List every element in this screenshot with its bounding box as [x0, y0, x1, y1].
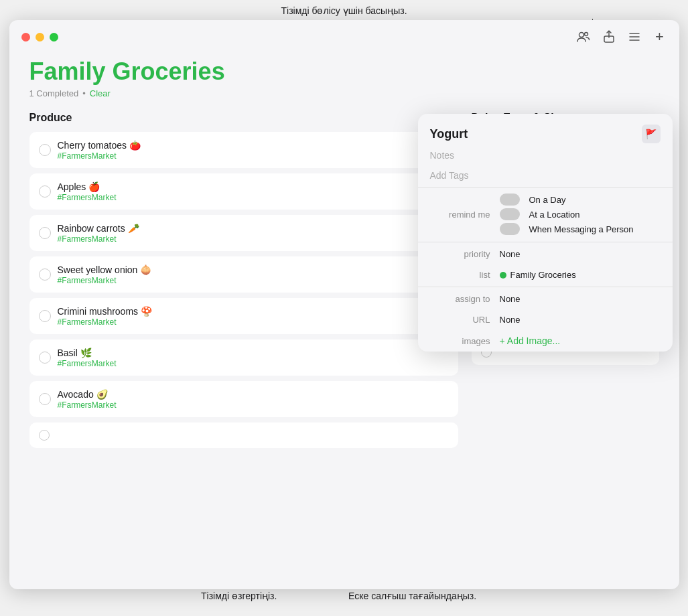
item-text: Cherry tomatoes 🍅 #FarmersMarket: [58, 140, 141, 161]
bullet: •: [82, 88, 86, 98]
remind-me-label: remind me: [430, 210, 490, 220]
close-button[interactable]: [21, 33, 30, 42]
detail-tags-field[interactable]: Add Tags: [418, 166, 673, 188]
url-label: URL: [430, 315, 490, 325]
item-tag: #FarmersMarket: [58, 359, 117, 368]
when-messaging-label: When Messaging a Person: [529, 224, 634, 234]
produce-list: Cherry tomatoes 🍅 #FarmersMarket Apples …: [29, 132, 458, 448]
add-image-button[interactable]: + Add Image...: [500, 335, 561, 346]
list-item[interactable]: Sweet yellow onion 🧅 #FarmersMarket: [29, 256, 458, 293]
top-annotation: Тізімді бөлісу үшін басыңыз.: [281, 5, 407, 16]
produce-header: Produce ···: [29, 112, 458, 124]
list-item[interactable]: Basil 🌿 #FarmersMarket: [29, 339, 458, 376]
item-text: Sweet yellow onion 🧅 #FarmersMarket: [58, 264, 152, 285]
on-a-day-label: On a Day: [529, 195, 566, 205]
svg-point-1: [584, 33, 588, 36]
list-label: list: [430, 270, 490, 280]
item-tag: #FarmersMarket: [58, 276, 152, 285]
divider: [418, 242, 673, 242]
green-dot-icon: [500, 272, 506, 279]
priority-label: priority: [430, 249, 490, 259]
item-name: Apples 🍎: [58, 181, 117, 192]
item-checkbox[interactable]: [39, 310, 51, 322]
item-tag: #FarmersMarket: [58, 234, 139, 244]
url-value[interactable]: None: [500, 315, 521, 325]
empty-list-item[interactable]: [29, 422, 458, 448]
remind-me-row: remind me On a Day At a Location When Me…: [418, 188, 673, 240]
item-text: Crimini mushrooms 🍄 #FarmersMarket: [58, 306, 152, 327]
collab-icon[interactable]: [576, 29, 591, 44]
on-a-day-toggle[interactable]: [500, 194, 520, 206]
list-value: Family Groceries: [500, 270, 576, 280]
list-row: list Family Groceries: [418, 264, 673, 285]
item-checkbox[interactable]: [39, 227, 51, 239]
list-item[interactable]: Crimini mushrooms 🍄 #FarmersMarket: [29, 298, 458, 334]
clear-button[interactable]: Clear: [90, 88, 111, 98]
flag-button[interactable]: 🚩: [642, 125, 661, 143]
detail-title: Yogurt: [430, 127, 468, 141]
item-tag: #FarmersMarket: [58, 317, 152, 327]
bottom-right-annotation: Еске салғыш тағайындаңыз.: [348, 591, 476, 601]
list-item[interactable]: Rainbow carrots 🥕 #FarmersMarket: [29, 215, 458, 251]
item-tag: #FarmersMarket: [58, 151, 141, 161]
item-name: Avocado 🥑: [58, 389, 117, 400]
item-name: Cherry tomatoes 🍅: [58, 140, 141, 151]
completed-bar: 1 Completed • Clear: [29, 88, 659, 98]
at-location-row: At a Location: [500, 208, 634, 220]
list-value-text[interactable]: Family Groceries: [510, 270, 576, 280]
item-checkbox[interactable]: [39, 268, 51, 281]
divider: [418, 287, 673, 287]
toolbar-icons: +: [576, 29, 667, 44]
completed-text: 1 Completed: [29, 88, 79, 98]
bottom-left-annotation: Тізімді өзгертіңіз.: [201, 591, 277, 601]
title-bar: +: [9, 20, 679, 51]
main-window: + Family Groceries 1 Completed • Clear P…: [9, 20, 679, 589]
maximize-button[interactable]: [50, 33, 58, 42]
item-name: Sweet yellow onion 🧅: [58, 264, 152, 275]
list-item[interactable]: Cherry tomatoes 🍅 #FarmersMarket: [29, 132, 458, 168]
images-label: images: [430, 336, 490, 346]
priority-row: priority None: [418, 244, 673, 264]
app-title: Family Groceries: [29, 58, 659, 86]
add-item-icon[interactable]: +: [652, 29, 667, 44]
item-tag: #FarmersMarket: [58, 400, 117, 410]
item-checkbox[interactable]: [39, 352, 51, 364]
when-messaging-row: When Messaging a Person: [500, 223, 634, 235]
item-text: Basil 🌿 #FarmersMarket: [58, 348, 117, 368]
assign-label: assign to: [430, 294, 490, 304]
item-text: Rainbow carrots 🥕 #FarmersMarket: [58, 223, 139, 244]
item-name: Crimini mushrooms 🍄: [58, 306, 152, 317]
item-name: Basil 🌿: [58, 348, 117, 358]
traffic-lights: [21, 33, 58, 42]
detail-panel: Yogurt 🚩 Notes Add Tags remind me On a D…: [418, 114, 673, 352]
item-name: Rainbow carrots 🥕: [58, 223, 139, 234]
item-text: Avocado 🥑 #FarmersMarket: [58, 389, 117, 410]
item-tag: #FarmersMarket: [58, 193, 117, 202]
produce-column: Produce ··· Cherry tomatoes 🍅 #FarmersMa…: [29, 112, 458, 448]
on-a-day-row: On a Day: [500, 194, 634, 206]
minimize-button[interactable]: [36, 33, 44, 42]
item-checkbox[interactable]: [39, 185, 51, 198]
at-location-toggle[interactable]: [500, 208, 520, 220]
priority-value[interactable]: None: [500, 249, 521, 259]
list-view-icon[interactable]: [627, 29, 642, 44]
list-item[interactable]: Avocado 🥑 #FarmersMarket: [29, 381, 458, 417]
empty-checkbox: [39, 430, 50, 441]
remind-options: On a Day At a Location When Messaging a …: [500, 194, 634, 235]
url-row: URL None: [418, 309, 673, 330]
item-checkbox[interactable]: [39, 144, 51, 156]
assign-row: assign to None: [418, 289, 673, 309]
assign-value[interactable]: None: [500, 294, 521, 304]
item-text: Apples 🍎 #FarmersMarket: [58, 181, 117, 202]
when-messaging-toggle[interactable]: [500, 223, 520, 235]
svg-point-0: [579, 33, 583, 37]
share-icon[interactable]: [602, 29, 616, 44]
images-row: images + Add Image...: [418, 330, 673, 352]
list-item[interactable]: Apples 🍎 #FarmersMarket: [29, 173, 458, 210]
detail-header: Yogurt 🚩: [418, 114, 673, 149]
item-checkbox[interactable]: [39, 393, 51, 405]
detail-notes[interactable]: Notes: [418, 149, 673, 166]
at-location-label: At a Location: [529, 210, 580, 220]
produce-title: Produce: [29, 112, 72, 124]
